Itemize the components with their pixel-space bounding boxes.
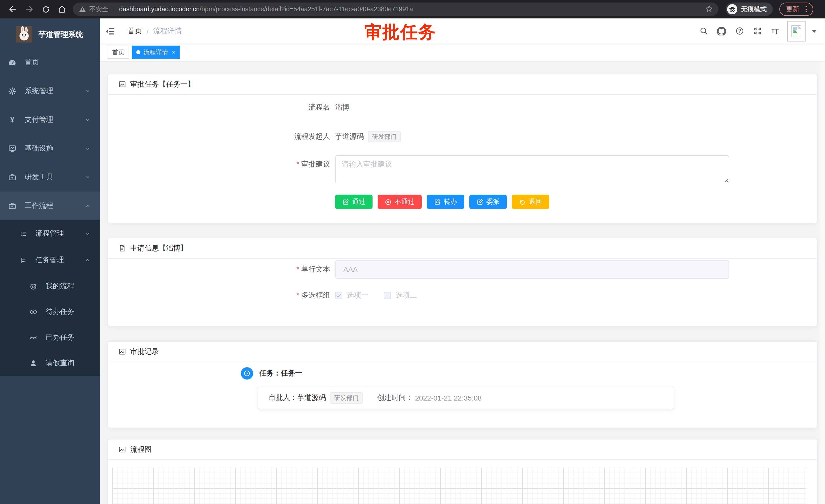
app-title: 芋道管理系统 <box>39 29 83 39</box>
chevron-down-icon <box>85 88 91 94</box>
sidebar-item-todo-tasks[interactable]: 待办任务 <box>0 299 100 325</box>
sidebar-item-label: 任务管理 <box>35 256 64 265</box>
field-label: 流程发起人 <box>108 132 335 141</box>
checkbox-label: 选项二 <box>395 291 417 300</box>
app-header: 首页 / 流程详情 审批任务 <box>100 18 825 44</box>
chevron-down-icon <box>85 231 91 237</box>
single-line-text-input: AAA <box>335 260 729 279</box>
dept-tag: 研发部门 <box>368 131 401 142</box>
card-title: 审批任务【任务一】 <box>130 80 195 89</box>
approver-name: 芋道源码 <box>297 393 326 403</box>
chevron-up-icon <box>85 257 91 263</box>
approval-records-card: 审批记录 任务：任务一 审批人： 芋道源码 研发部门 <box>107 341 817 428</box>
breadcrumb-home[interactable]: 首页 <box>128 26 142 35</box>
clock-icon <box>241 367 253 380</box>
bookmark-star-icon[interactable] <box>705 4 713 14</box>
briefcase-icon <box>8 173 16 181</box>
card-title: 审批记录 <box>130 347 159 356</box>
screen: 不安全 dashboard.yudao.iocoder.cn/bpm/proce… <box>0 0 825 504</box>
sidebar-item-label: 工作流程 <box>24 201 53 211</box>
incognito-icon <box>727 4 737 14</box>
picture-icon <box>119 80 127 88</box>
document-icon <box>119 244 127 252</box>
comment-textarea[interactable] <box>335 155 729 183</box>
circle-close-icon <box>385 198 391 205</box>
url-bar[interactable]: 不安全 dashboard.yudao.iocoder.cn/bpm/proce… <box>73 3 719 16</box>
update-label[interactable]: 更新 <box>786 5 799 14</box>
refresh-left-icon <box>519 198 526 205</box>
home-icon[interactable] <box>55 2 69 16</box>
field-label: 流程名 <box>108 103 335 112</box>
github-icon[interactable] <box>717 26 727 36</box>
tab-close-icon[interactable]: × <box>172 49 175 56</box>
created-time: 2022-01-21 22:35:08 <box>415 394 482 402</box>
sidebar-item-payment[interactable]: ¥ 支付管理 <box>0 105 100 134</box>
sidebar-item-label: 我的流程 <box>46 282 74 291</box>
sidebar-item-infra[interactable]: 基础设施 <box>0 134 100 163</box>
sidebar-item-system[interactable]: 系统管理 <box>0 77 100 105</box>
page-scrollbar[interactable] <box>819 18 825 504</box>
tab-label: 流程详情 <box>144 48 168 57</box>
url-divider <box>114 6 114 13</box>
approval-task-card: 审批任务【任务一】 流程名 滔博 流程发起人 芋道源码 研发部门 <box>107 74 817 223</box>
avatar-caret-icon[interactable] <box>812 29 817 32</box>
form-row-initiator: 流程发起人 芋道源码 研发部门 <box>108 128 817 146</box>
reload-icon[interactable] <box>39 2 53 16</box>
flow-diagram-card: 流程图 <box>107 439 817 504</box>
fullscreen-icon[interactable] <box>752 26 762 36</box>
security-label[interactable]: 不安全 <box>89 5 108 14</box>
user-icon <box>29 359 38 367</box>
sidebar-item-my-process[interactable]: 我的流程 <box>0 273 100 299</box>
browser-chrome: 不安全 dashboard.yudao.iocoder.cn/bpm/proce… <box>0 0 825 18</box>
edit-icon <box>476 198 483 205</box>
card-header: 申请信息【滔博】 <box>108 238 817 259</box>
initiator-name: 芋道源码 <box>335 132 364 141</box>
sidebar-item-home[interactable]: 首页 <box>0 48 100 77</box>
back-icon[interactable] <box>6 2 20 16</box>
tab-home[interactable]: 首页 <box>107 46 129 59</box>
sidebar-item-process-mgmt[interactable]: 流程管理 <box>0 220 100 247</box>
sidebar-item-done-tasks[interactable]: 已办任务 <box>0 325 100 350</box>
app: 芋道管理系统 首页 系统管理 ¥ 支付管理 <box>0 18 825 504</box>
form-row-comment: *审批建议 <box>108 155 817 183</box>
form-row-text: *单行文本 AAA <box>108 260 817 279</box>
forward-icon[interactable] <box>22 2 36 16</box>
sidebar-fold-icon[interactable] <box>105 25 116 36</box>
return-button[interactable]: 退回 <box>512 195 549 209</box>
approve-button[interactable]: 通过 <box>335 195 373 209</box>
form-row-process-name: 流程名 滔博 <box>108 98 817 117</box>
process-name-value: 滔博 <box>335 103 350 112</box>
sidebar-item-leave-query[interactable]: 请假查询 <box>0 350 100 376</box>
checkbox-label: 选项一 <box>347 291 368 300</box>
incognito-label: 无痕模式 <box>741 5 767 14</box>
warning-icon <box>79 6 86 13</box>
font-size-icon[interactable]: TT <box>770 26 780 36</box>
reject-button[interactable]: 不通过 <box>378 195 422 209</box>
header-icons: TT <box>691 21 825 41</box>
tree-icon <box>19 256 27 264</box>
application-info-card: 申请信息【滔博】 *单行文本 AAA *多选框组 选项一 选项二 <box>107 238 817 326</box>
picture-icon <box>119 347 127 356</box>
dept-tag: 研发部门 <box>330 392 363 404</box>
update-button[interactable]: 更新 <box>779 3 813 16</box>
bpmn-canvas[interactable] <box>112 468 806 504</box>
sidebar-item-task-mgmt[interactable]: 任务管理 <box>0 247 100 273</box>
eye-icon <box>29 308 38 316</box>
timeline-task-row: 任务：任务一 <box>241 367 817 380</box>
logo-row[interactable]: 芋道管理系统 <box>0 23 100 45</box>
app-logo <box>16 26 32 43</box>
search-icon[interactable] <box>698 26 709 36</box>
card-header: 流程图 <box>108 439 817 460</box>
delegate-button[interactable]: 委派 <box>469 195 507 209</box>
transfer-button[interactable]: 转办 <box>427 195 464 209</box>
edit-icon <box>342 198 349 205</box>
tab-process-detail[interactable]: 流程详情 × <box>132 46 180 59</box>
sidebar-item-label: 研发工具 <box>24 173 53 182</box>
briefcase-icon <box>8 202 16 210</box>
broken-image-icon <box>791 25 802 37</box>
sidebar-item-workflow[interactable]: 工作流程 <box>0 191 100 220</box>
help-icon[interactable] <box>734 26 745 36</box>
browser-menu-icon[interactable] <box>805 5 808 14</box>
avatar[interactable] <box>787 21 806 41</box>
sidebar-item-devtools[interactable]: 研发工具 <box>0 163 100 191</box>
